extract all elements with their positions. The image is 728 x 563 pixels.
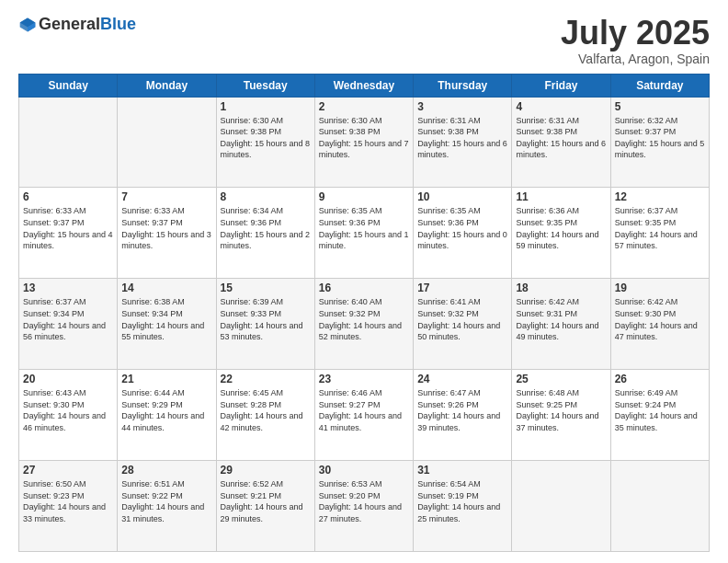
day-number: 15: [221, 282, 311, 294]
day-number: 14: [121, 282, 211, 294]
day-number: 29: [221, 464, 311, 477]
calendar-cell: 2Sunrise: 6:30 AM Sunset: 9:38 PM Daylig…: [314, 97, 413, 188]
day-number: 22: [221, 373, 311, 385]
day-info: Sunrise: 6:38 AM Sunset: 9:34 PM Dayligh…: [121, 296, 211, 342]
calendar-cell: 31Sunrise: 6:54 AM Sunset: 9:19 PM Dayli…: [414, 461, 512, 552]
day-info: Sunrise: 6:37 AM Sunset: 9:35 PM Dayligh…: [615, 205, 705, 251]
day-number: 7: [121, 190, 211, 203]
page: GeneralBlue July 2025 Valfarta, Aragon, …: [0, 0, 728, 563]
day-info: Sunrise: 6:47 AM Sunset: 9:26 PM Dayligh…: [417, 387, 507, 433]
calendar-cell: [118, 97, 216, 188]
day-info: Sunrise: 6:48 AM Sunset: 9:25 PM Dayligh…: [516, 387, 606, 433]
day-number: 19: [615, 282, 705, 294]
day-number: 31: [417, 464, 507, 477]
logo: GeneralBlue: [18, 15, 136, 34]
day-number: 16: [319, 282, 409, 294]
day-info: Sunrise: 6:30 AM Sunset: 9:38 PM Dayligh…: [319, 115, 409, 161]
calendar-week-3: 13Sunrise: 6:37 AM Sunset: 9:34 PM Dayli…: [19, 279, 710, 370]
calendar-cell: 21Sunrise: 6:44 AM Sunset: 9:29 PM Dayli…: [118, 370, 216, 461]
day-info: Sunrise: 6:34 AM Sunset: 9:36 PM Dayligh…: [221, 205, 311, 251]
day-info: Sunrise: 6:32 AM Sunset: 9:37 PM Dayligh…: [615, 115, 705, 161]
day-number: 12: [615, 190, 705, 203]
header: GeneralBlue July 2025 Valfarta, Aragon, …: [18, 15, 710, 66]
calendar-cell: 8Sunrise: 6:34 AM Sunset: 9:36 PM Daylig…: [216, 188, 314, 279]
day-info: Sunrise: 6:33 AM Sunset: 9:37 PM Dayligh…: [23, 205, 113, 251]
logo-blue: Blue: [100, 15, 136, 33]
day-header-friday: Friday: [512, 74, 610, 97]
calendar-cell: 28Sunrise: 6:51 AM Sunset: 9:22 PM Dayli…: [118, 461, 216, 552]
calendar-cell: 15Sunrise: 6:39 AM Sunset: 9:33 PM Dayli…: [216, 279, 314, 370]
day-number: 23: [319, 373, 409, 385]
calendar-cell: 9Sunrise: 6:35 AM Sunset: 9:36 PM Daylig…: [314, 188, 413, 279]
day-number: 2: [319, 100, 409, 113]
day-info: Sunrise: 6:42 AM Sunset: 9:30 PM Dayligh…: [615, 296, 705, 342]
day-info: Sunrise: 6:54 AM Sunset: 9:19 PM Dayligh…: [417, 478, 507, 524]
calendar-cell: 29Sunrise: 6:52 AM Sunset: 9:21 PM Dayli…: [216, 461, 314, 552]
calendar-cell: 18Sunrise: 6:42 AM Sunset: 9:31 PM Dayli…: [512, 279, 610, 370]
day-info: Sunrise: 6:35 AM Sunset: 9:36 PM Dayligh…: [417, 205, 507, 251]
calendar-cell: 12Sunrise: 6:37 AM Sunset: 9:35 PM Dayli…: [610, 188, 709, 279]
calendar-week-1: 1Sunrise: 6:30 AM Sunset: 9:38 PM Daylig…: [19, 97, 710, 188]
day-info: Sunrise: 6:45 AM Sunset: 9:28 PM Dayligh…: [221, 387, 311, 433]
day-number: 20: [23, 373, 113, 385]
title-area: July 2025 Valfarta, Aragon, Spain: [561, 15, 710, 66]
day-header-saturday: Saturday: [610, 74, 709, 97]
calendar-cell: 23Sunrise: 6:46 AM Sunset: 9:27 PM Dayli…: [314, 370, 413, 461]
day-number: 26: [615, 373, 705, 385]
day-header-tuesday: Tuesday: [216, 74, 314, 97]
calendar-cell: 7Sunrise: 6:33 AM Sunset: 9:37 PM Daylig…: [118, 188, 216, 279]
calendar-cell: [512, 461, 610, 552]
day-number: 30: [319, 464, 409, 477]
month-title: July 2025: [561, 15, 710, 52]
calendar-cell: 22Sunrise: 6:45 AM Sunset: 9:28 PM Dayli…: [216, 370, 314, 461]
day-info: Sunrise: 6:41 AM Sunset: 9:32 PM Dayligh…: [417, 296, 507, 342]
calendar-cell: 10Sunrise: 6:35 AM Sunset: 9:36 PM Dayli…: [414, 188, 512, 279]
calendar-cell: 3Sunrise: 6:31 AM Sunset: 9:38 PM Daylig…: [414, 97, 512, 188]
day-info: Sunrise: 6:31 AM Sunset: 9:38 PM Dayligh…: [516, 115, 606, 161]
calendar-cell: 26Sunrise: 6:49 AM Sunset: 9:24 PM Dayli…: [610, 370, 709, 461]
calendar-header-row: SundayMondayTuesdayWednesdayThursdayFrid…: [19, 74, 710, 97]
day-info: Sunrise: 6:30 AM Sunset: 9:38 PM Dayligh…: [221, 115, 311, 161]
calendar-week-5: 27Sunrise: 6:50 AM Sunset: 9:23 PM Dayli…: [19, 461, 710, 552]
day-number: 8: [221, 190, 311, 203]
calendar-cell: 1Sunrise: 6:30 AM Sunset: 9:38 PM Daylig…: [216, 97, 314, 188]
calendar-cell: 25Sunrise: 6:48 AM Sunset: 9:25 PM Dayli…: [512, 370, 610, 461]
calendar-cell: 30Sunrise: 6:53 AM Sunset: 9:20 PM Dayli…: [314, 461, 413, 552]
day-number: 6: [23, 190, 113, 203]
calendar-cell: 17Sunrise: 6:41 AM Sunset: 9:32 PM Dayli…: [414, 279, 512, 370]
day-info: Sunrise: 6:40 AM Sunset: 9:32 PM Dayligh…: [319, 296, 409, 342]
day-number: 3: [417, 100, 507, 113]
day-number: 13: [23, 282, 113, 294]
calendar-cell: 4Sunrise: 6:31 AM Sunset: 9:38 PM Daylig…: [512, 97, 610, 188]
calendar-cell: 11Sunrise: 6:36 AM Sunset: 9:35 PM Dayli…: [512, 188, 610, 279]
calendar-week-2: 6Sunrise: 6:33 AM Sunset: 9:37 PM Daylig…: [19, 188, 710, 279]
day-info: Sunrise: 6:36 AM Sunset: 9:35 PM Dayligh…: [516, 205, 606, 251]
calendar-cell: 19Sunrise: 6:42 AM Sunset: 9:30 PM Dayli…: [610, 279, 709, 370]
day-number: 27: [23, 464, 113, 477]
day-info: Sunrise: 6:49 AM Sunset: 9:24 PM Dayligh…: [615, 387, 705, 433]
day-info: Sunrise: 6:37 AM Sunset: 9:34 PM Dayligh…: [23, 296, 113, 342]
day-info: Sunrise: 6:33 AM Sunset: 9:37 PM Dayligh…: [121, 205, 211, 251]
calendar-cell: [19, 97, 118, 188]
day-number: 5: [615, 100, 705, 113]
calendar-cell: 6Sunrise: 6:33 AM Sunset: 9:37 PM Daylig…: [19, 188, 118, 279]
day-info: Sunrise: 6:46 AM Sunset: 9:27 PM Dayligh…: [319, 387, 409, 433]
location: Valfarta, Aragon, Spain: [561, 52, 710, 66]
logo-text: GeneralBlue: [39, 15, 136, 34]
calendar-cell: [610, 461, 709, 552]
day-info: Sunrise: 6:44 AM Sunset: 9:29 PM Dayligh…: [121, 387, 211, 433]
day-number: 18: [516, 282, 606, 294]
day-number: 11: [516, 190, 606, 203]
day-number: 1: [221, 100, 311, 113]
day-number: 28: [121, 464, 211, 477]
day-header-wednesday: Wednesday: [314, 74, 413, 97]
day-number: 25: [516, 373, 606, 385]
day-info: Sunrise: 6:35 AM Sunset: 9:36 PM Dayligh…: [319, 205, 409, 251]
calendar-cell: 5Sunrise: 6:32 AM Sunset: 9:37 PM Daylig…: [610, 97, 709, 188]
day-header-monday: Monday: [118, 74, 216, 97]
calendar-cell: 16Sunrise: 6:40 AM Sunset: 9:32 PM Dayli…: [314, 279, 413, 370]
calendar-cell: 20Sunrise: 6:43 AM Sunset: 9:30 PM Dayli…: [19, 370, 118, 461]
day-info: Sunrise: 6:43 AM Sunset: 9:30 PM Dayligh…: [23, 387, 113, 433]
day-header-sunday: Sunday: [19, 74, 118, 97]
day-number: 21: [121, 373, 211, 385]
